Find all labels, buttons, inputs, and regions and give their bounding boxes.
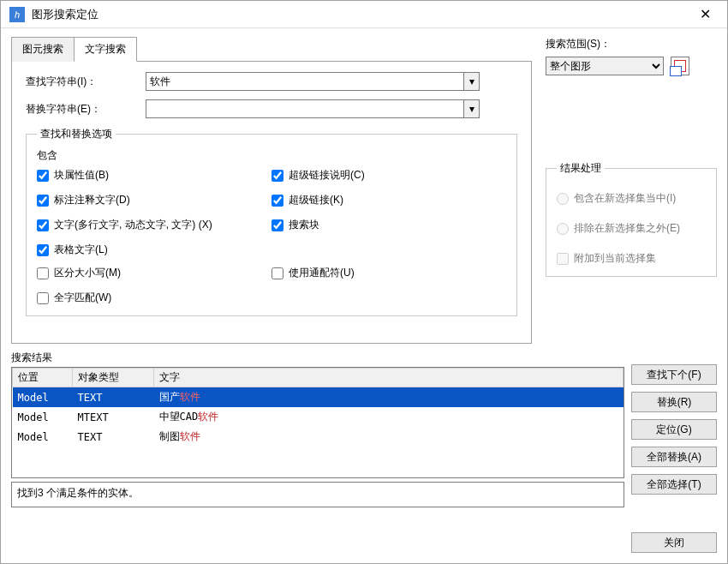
check-text-multi[interactable]: 文字(多行文字, 动态文字, 文字) (X) (37, 218, 272, 232)
footer: 关闭 (1, 525, 727, 563)
close-icon[interactable]: ✕ (691, 1, 719, 28)
col-object-type[interactable]: 对象类型 (73, 369, 154, 387)
results-label: 搜索结果 (11, 351, 624, 365)
button-column: 查找下个(F) 替换(R) 定位(G) 全部替换(A) 全部选择(T) (631, 351, 717, 517)
includes-label: 包含 (37, 148, 506, 163)
check-whole-word[interactable]: 全字匹配(W) (37, 291, 272, 305)
replace-string-input[interactable] (146, 100, 463, 117)
tab-element-search[interactable]: 图元搜索 (11, 37, 75, 62)
check-dim-text[interactable]: 标注注释文字(D) (37, 193, 272, 207)
check-append-to-sel: 附加到当前选择集 (557, 251, 706, 266)
tab-bar: 图元搜索 文字搜索 (11, 37, 532, 62)
find-string-input[interactable] (146, 73, 463, 90)
pick-objects-button[interactable] (671, 57, 689, 75)
col-location[interactable]: 位置 (13, 369, 73, 387)
table-row[interactable]: ModelTEXT制图软件 (13, 427, 624, 447)
check-search-block[interactable]: 搜索块 (272, 218, 506, 232)
check-block-attr[interactable]: 块属性值(B) (37, 168, 272, 183)
find-string-dropdown-icon[interactable]: ▾ (463, 73, 479, 90)
top-row: 图元搜索 文字搜索 查找字符串(I)： ▾ 替换字符 (11, 37, 717, 344)
table-row[interactable]: ModelTEXT国产软件 (13, 387, 624, 408)
app-icon: h (9, 7, 25, 22)
pick-icon (674, 60, 686, 72)
tab-panel-text-search: 查找字符串(I)： ▾ 替换字符串(E)： (11, 61, 532, 344)
options-fieldset: 查找和替换选项 包含 块属性值(B) 超级链接说明(C) 标注注释文字(D) 超… (26, 127, 517, 316)
find-next-button[interactable]: 查找下个(F) (631, 364, 717, 385)
check-use-wildcard[interactable]: 使用通配符(U) (272, 266, 506, 280)
tab-text-search[interactable]: 文字搜索 (74, 37, 137, 62)
result-handling-legend: 结果处理 (557, 161, 605, 176)
check-table-text[interactable]: 表格文字(L) (37, 243, 272, 257)
table-row[interactable]: ModelMTEXT中望CAD软件 (13, 407, 624, 427)
result-handling-fieldset: 结果处理 包含在新选择集当中(I) 排除在新选择集之外(E) 附加到当前选择集 (546, 161, 717, 277)
replace-button[interactable]: 替换(R) (631, 392, 717, 412)
left-column: 图元搜索 文字搜索 查找字符串(I)： ▾ 替换字符 (11, 37, 532, 344)
select-all-button[interactable]: 全部选择(T) (631, 474, 717, 495)
dialog-title: 图形搜索定位 (32, 7, 691, 22)
check-hyperlink-desc[interactable]: 超级链接说明(C) (272, 168, 506, 183)
options-legend: 查找和替换选项 (37, 127, 116, 141)
replace-string-dropdown-icon[interactable]: ▾ (463, 100, 479, 117)
dialog-window: h 图形搜索定位 ✕ 图元搜索 文字搜索 查找字符串(I)： ▾ (0, 0, 728, 564)
right-column: 搜索范围(S)： 整个图形 结果处理 包含在新选择集当中(I) 排除在新选择集之… (546, 37, 717, 344)
scope-select[interactable]: 整个图形 (546, 57, 664, 75)
titlebar: h 图形搜索定位 ✕ (1, 1, 727, 28)
find-string-combo[interactable]: ▾ (146, 72, 480, 91)
col-text[interactable]: 文字 (154, 369, 624, 387)
radio-exclude-from-sel: 排除在新选择集之外(E) (557, 221, 706, 236)
check-hyperlink[interactable]: 超级链接(K) (272, 193, 506, 207)
results-left: 搜索结果 位置 对象类型 文字 ModelTEXT国产软件ModelMTEXT中… (11, 351, 624, 517)
scope-label: 搜索范围(S)： (546, 37, 717, 51)
results-area: 搜索结果 位置 对象类型 文字 ModelTEXT国产软件ModelMTEXT中… (11, 351, 717, 517)
radio-include-in-sel: 包含在新选择集当中(I) (557, 191, 706, 206)
dialog-body: 图元搜索 文字搜索 查找字符串(I)： ▾ 替换字符 (1, 28, 727, 525)
close-button[interactable]: 关闭 (631, 532, 717, 553)
status-bar: 找到3 个满足条件的实体。 (11, 482, 624, 507)
check-match-case[interactable]: 区分大小写(M) (37, 266, 272, 280)
results-table[interactable]: 位置 对象类型 文字 ModelTEXT国产软件ModelMTEXT中望CAD软… (11, 367, 624, 478)
replace-string-combo[interactable]: ▾ (146, 99, 480, 118)
replace-all-button[interactable]: 全部替换(A) (631, 447, 717, 467)
locate-button[interactable]: 定位(G) (631, 419, 717, 440)
replace-label: 替换字符串(E)： (26, 102, 146, 117)
find-label: 查找字符串(I)： (26, 75, 146, 89)
